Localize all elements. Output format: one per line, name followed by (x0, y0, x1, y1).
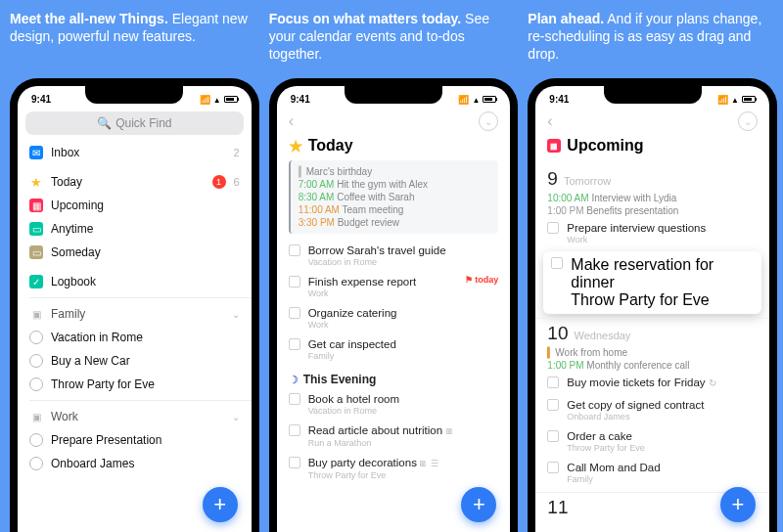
dragging-todo[interactable]: Make reservation for dinnerThrow Party f… (543, 251, 761, 314)
calendar-icon: ▦ (547, 139, 561, 153)
caption-3: Plan ahead. And if your plans change, re… (528, 10, 777, 68)
todo-item[interactable]: Get copy of signed contractOnboard James (535, 394, 769, 425)
project-item[interactable]: Throw Party for Eve (18, 373, 252, 396)
project-icon (29, 457, 43, 470)
project-icon (29, 377, 43, 391)
checkbox[interactable] (547, 377, 559, 388)
day-number: 9 (547, 168, 558, 190)
todo-item[interactable]: Finish expense reportWork⚑ today (277, 271, 511, 302)
todo-item[interactable]: Read article about nutrition 🗎Run a Mara… (277, 420, 511, 452)
day-header: 9Tomorrow (535, 164, 769, 192)
wifi-icon (213, 94, 221, 105)
add-button[interactable]: + (461, 487, 496, 522)
todo-sub: Throw Party for Eve (308, 470, 499, 480)
calendar-event: 10:00 AM Interview with Lydia (535, 192, 769, 204)
add-button[interactable]: + (203, 487, 238, 522)
day-name: Tomorrow (564, 175, 611, 187)
checkbox[interactable] (551, 257, 563, 269)
panel-2: Focus on what matters today. See your ca… (265, 0, 525, 532)
sidebar-item-label: Anytime (51, 222, 240, 236)
sidebar-item-label: Someday (51, 245, 240, 259)
page-title: ★ Today (277, 131, 511, 160)
todo-item[interactable]: Organize cateringWork (277, 302, 511, 333)
todo-list: Borrow Sarah's travel guideVacation in R… (277, 240, 511, 365)
panel-3: Plan ahead. And if your plans change, re… (524, 0, 783, 532)
phone-3: 9:41 ‹ ⌄ ▦ Upcoming 9Tomorrow10:00 AM In… (528, 78, 777, 532)
area-header[interactable]: ▣Family⌄ (18, 302, 252, 326)
status-time: 9:41 (549, 94, 569, 105)
calendar-event: ▍Work from home (535, 346, 769, 359)
upcoming-icon: ▦ (29, 199, 43, 212)
todo-item[interactable]: Order a cakeThrow Party for Eve (535, 425, 769, 457)
todo-item[interactable]: Borrow Sarah's travel guideVacation in R… (277, 240, 511, 271)
todo-sub: Throw Party for Eve (571, 291, 754, 309)
todo-item[interactable]: Prepare interview questionsWork (535, 217, 769, 248)
checkbox[interactable] (289, 244, 300, 256)
todo-item[interactable]: Buy party decorations 🗎 ☰Throw Party for… (277, 452, 511, 484)
notch-icon (345, 86, 442, 104)
todo-title: Borrow Sarah's travel guide (308, 244, 499, 257)
day-header: 10Wednesday (535, 318, 769, 346)
caption-1: Meet the all-new Things. Elegant new des… (10, 10, 259, 68)
sidebar-item-upcoming[interactable]: ▦Upcoming (18, 194, 252, 217)
todo-item[interactable]: Buy movie tickets for Friday↻ (535, 372, 769, 394)
todo-sub: Family (567, 474, 758, 484)
back-button[interactable]: ‹ (547, 112, 552, 130)
todo-title: Book a hotel room (308, 392, 499, 406)
todo-title: Prepare interview questions (567, 221, 758, 235)
calendar-event: 1:00 PM Benefits presentation (535, 204, 769, 217)
sidebar-item-someday[interactable]: ▭Someday (18, 241, 252, 264)
checkbox[interactable] (289, 338, 300, 350)
todo-sub: Vacation in Rome (308, 257, 499, 267)
sidebar-list: ✉Inbox2★Today16▦Upcoming▭Anytime▭Someday… (18, 141, 252, 532)
dropdown-button[interactable]: ⌄ (738, 111, 758, 131)
checkbox[interactable] (547, 399, 559, 411)
status-time: 9:41 (31, 94, 51, 105)
area-header[interactable]: ▣Work⌄ (18, 405, 252, 428)
note-icon: 🗎 (417, 459, 429, 468)
todo-item[interactable]: Book a hotel roomVacation in Rome (277, 388, 511, 420)
dropdown-button[interactable]: ⌄ (479, 111, 498, 131)
add-button[interactable]: + (720, 487, 756, 522)
project-label: Buy a New Car (51, 354, 240, 368)
someday-icon: ▭ (29, 245, 43, 259)
todo-item[interactable]: Get car inspectedFamily (277, 333, 511, 365)
checkbox[interactable] (289, 276, 300, 288)
sidebar-item-star[interactable]: ★Today16 (18, 170, 252, 194)
battery-icon (224, 96, 238, 103)
search-input[interactable]: 🔍 Quick Find (25, 111, 244, 135)
todo-sub: Work (567, 235, 758, 244)
status-time: 9:41 (291, 94, 310, 105)
caption-2: Focus on what matters today. See your ca… (269, 10, 519, 68)
project-item[interactable]: Onboard James (18, 452, 252, 475)
project-item[interactable]: Prepare Presentation (18, 428, 252, 452)
anytime-icon: ▭ (29, 222, 43, 236)
todo-item[interactable]: Call Mom and DadFamily (535, 457, 769, 488)
checkbox[interactable] (547, 430, 559, 442)
sidebar-item-logbook[interactable]: ✓Logbook (18, 270, 252, 293)
project-icon (29, 354, 43, 368)
flag-badge: ⚑ today (465, 275, 499, 285)
sidebar-item-label: Upcoming (51, 199, 240, 212)
project-label: Vacation in Rome (51, 331, 240, 344)
checklist-icon: ☰ (428, 459, 438, 468)
sidebar-item-anytime[interactable]: ▭Anytime (18, 217, 252, 241)
checkbox[interactable] (289, 307, 300, 319)
checkbox[interactable] (289, 457, 300, 468)
sidebar-item-label: Logbook (51, 275, 240, 288)
sidebar-item-inbox[interactable]: ✉Inbox2 (18, 141, 252, 164)
checkbox[interactable] (289, 424, 300, 436)
project-item[interactable]: Buy a New Car (18, 349, 252, 373)
project-item[interactable]: Vacation in Rome (18, 326, 252, 349)
back-button[interactable]: ‹ (289, 112, 294, 130)
sidebar-item-label: Today (51, 175, 205, 189)
checkbox[interactable] (547, 222, 559, 234)
day-number: 10 (547, 323, 568, 344)
logbook-icon: ✓ (29, 275, 43, 288)
area-name: Work (51, 410, 224, 423)
todo-sub: Work (308, 320, 499, 330)
note-icon: 🗎 (442, 426, 454, 436)
checkbox[interactable] (289, 393, 300, 405)
wifi-icon (731, 94, 739, 105)
checkbox[interactable] (547, 462, 559, 473)
